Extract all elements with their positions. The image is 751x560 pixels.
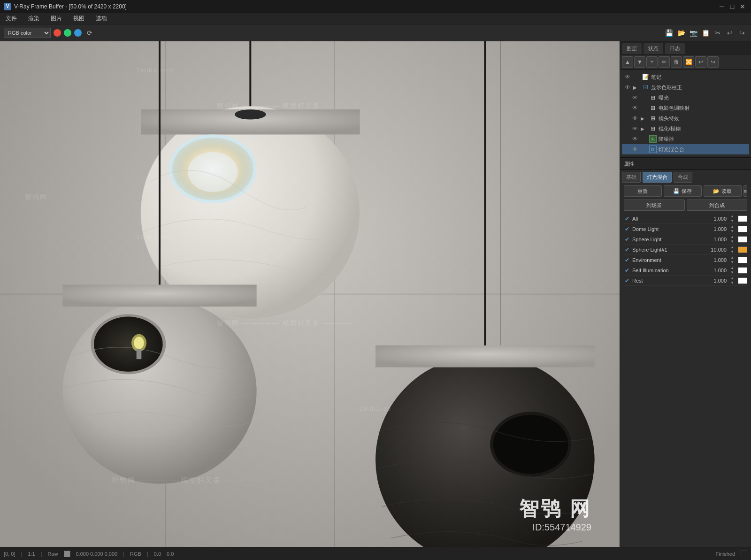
redo-icon[interactable]: ↪ (737, 28, 747, 38)
expand-icon-6[interactable]: ▶ (641, 126, 647, 131)
layer-item-lightmix[interactable]: 👁 灯 灯光混合台 (622, 144, 749, 154)
folder-icon[interactable]: 📂 (676, 28, 686, 38)
light-check-env[interactable]: ✔ (624, 257, 630, 263)
move-up-button[interactable]: ▲ (622, 56, 633, 68)
color-dot-red[interactable] (54, 29, 61, 37)
panel-toolbar: ▲ ▼ + ✏ 🗑 🔀 ↩ ↪ (620, 54, 751, 70)
merge-button[interactable]: 🔀 (683, 56, 694, 68)
light-swatch-all[interactable] (738, 215, 747, 222)
light-check-rest[interactable]: ✔ (624, 277, 630, 284)
tab-layers[interactable]: 图层 (622, 43, 642, 54)
light-row-rest[interactable]: ✔ Rest 1.000 ▲▼ (624, 276, 747, 286)
menu-image[interactable]: 图片 (49, 14, 64, 23)
add-layer-button[interactable]: + (646, 56, 658, 68)
minimize-button[interactable]: ─ (717, 2, 727, 11)
light-row-self[interactable]: ✔ Self Illumination 1.000 ▲▼ (624, 265, 747, 276)
tab-log[interactable]: 日志 (665, 43, 685, 54)
light-stepper-rest[interactable]: ▲▼ (728, 276, 736, 286)
save-button[interactable]: 💾 保存 (664, 185, 702, 197)
light-check-dome[interactable]: ✔ (624, 226, 630, 232)
layer-name-lens: 镜头特效 (659, 115, 747, 122)
light-check-all[interactable]: ✔ (624, 215, 630, 222)
light-row-env[interactable]: ✔ Environment 1.000 ▲▼ (624, 255, 747, 265)
crop-icon[interactable]: ✂ (713, 28, 723, 38)
menu-options[interactable]: 选项 (94, 14, 109, 23)
menu-view[interactable]: 视图 (71, 14, 86, 23)
to-composite-button[interactable]: 到合成 (687, 199, 748, 211)
light-swatch-sphere[interactable] (738, 236, 747, 243)
scene-composite-buttons: 到场景 到合成 (622, 199, 749, 211)
light-stepper-all[interactable]: ▲▼ (728, 214, 736, 224)
move-down-button[interactable]: ▼ (634, 56, 645, 68)
statusbar-settings-icon[interactable] (741, 551, 747, 557)
refresh-icon[interactable]: ⟳ (84, 28, 95, 38)
save-icon[interactable]: 💾 (664, 28, 674, 38)
layer-item-denoiser[interactable]: 👁 矢 降噪器 (622, 134, 749, 144)
redo-button[interactable]: ↪ (707, 56, 719, 68)
light-stepper-sphere[interactable]: ▲▼ (728, 234, 736, 245)
light-stepper-self[interactable]: ▲▼ (728, 265, 736, 276)
light-swatch-env[interactable] (738, 257, 747, 263)
eye-icon[interactable]: 👁 (624, 73, 631, 81)
layer-item-sharpen[interactable]: 👁 ▶ ⊞ 锐化/模糊 (622, 123, 749, 134)
undo-icon[interactable]: ↩ (725, 28, 735, 38)
color-dot-green[interactable] (64, 29, 71, 37)
delete-layer-button[interactable]: 🗑 (671, 56, 682, 68)
statusbar: [0, 0] | 1:1 | Raw 0.000 0.000 0.000 | R… (0, 547, 751, 560)
light-value-sphere: 1.000 (703, 237, 727, 242)
attr-tab-composite[interactable]: 合成 (674, 172, 692, 183)
light-stepper-dome[interactable]: ▲▼ (728, 224, 736, 234)
more-button[interactable]: ≡ (743, 185, 747, 197)
layer-item-color-correct[interactable]: 👁 ▶ ☑ 显示色彩校正 (622, 82, 749, 92)
layer-item-notes[interactable]: 👁 📝 笔记 (622, 72, 749, 82)
light-row-sphere[interactable]: ✔ Sphere Light 1.000 ▲▼ (624, 234, 747, 245)
channel-select[interactable]: RGB color Alpha Diffuse (4, 28, 51, 38)
light-check-self[interactable]: ✔ (624, 267, 630, 274)
edit-layer-button[interactable]: ✏ (659, 56, 670, 68)
light-row-dome[interactable]: ✔ Dome Light 1.000 ▲▼ (624, 224, 747, 234)
light-swatch-rest[interactable] (738, 277, 747, 284)
layer-item-film-color[interactable]: 👁 ⊞ 电影色调映射 (622, 103, 749, 113)
load-button[interactable]: 📂 读取 (704, 185, 742, 197)
layer-item-exposure[interactable]: 👁 ⊞ 曝光 (622, 92, 749, 103)
tab-status[interactable]: 状态 (644, 43, 663, 54)
attr-tab-lightmix[interactable]: 灯光混合 (643, 172, 672, 183)
attr-tab-basic[interactable]: 基础 (622, 172, 641, 183)
right-panel: 图层 状态 日志 ▲ ▼ + ✏ 🗑 🔀 ↩ ↪ 👁 📝 笔记 (620, 41, 751, 547)
light-swatch-self[interactable] (738, 267, 747, 274)
eye-icon-5[interactable]: 👁 (631, 115, 639, 122)
light-check-sphere1[interactable]: ✔ (624, 246, 630, 253)
reset-button[interactable]: 重置 (624, 185, 662, 197)
clipboard-icon[interactable]: 📋 (700, 28, 711, 38)
light-check-sphere[interactable]: ✔ (624, 236, 630, 243)
eye-icon-6[interactable]: 👁 (631, 125, 639, 132)
to-scene-button[interactable]: 到场景 (624, 199, 685, 211)
menu-file[interactable]: 文件 (4, 14, 19, 23)
light-swatch-dome[interactable] (738, 226, 747, 232)
maximize-button[interactable]: □ (728, 2, 737, 11)
close-button[interactable]: ✕ (738, 2, 747, 11)
layer-item-lens[interactable]: 👁 ▶ ⊞ 镜头特效 (622, 113, 749, 123)
layer-name-notes: 笔记 (651, 74, 747, 81)
light-row-sphere1[interactable]: ✔ Sphere Light#1 10.000 ▲▼ (624, 245, 747, 255)
coord-display: [0, 0] (4, 551, 15, 557)
toolbar: RGB color Alpha Diffuse ⟳ 💾 📂 📷 📋 ✂ ↩ ↪ (0, 24, 751, 41)
menu-render[interactable]: 渲染 (26, 14, 41, 23)
eye-icon-2[interactable]: 👁 (624, 84, 631, 91)
light-stepper-env[interactable]: ▲▼ (728, 255, 736, 265)
status-message: Finished (715, 551, 735, 557)
light-stepper-sphere1[interactable]: ▲▼ (728, 245, 736, 255)
expand-icon-2[interactable]: ▶ (633, 85, 640, 90)
expand-icon-5[interactable]: ▶ (641, 116, 647, 121)
eye-icon-7[interactable]: 👁 (631, 135, 639, 143)
eye-icon-8[interactable]: 👁 (631, 146, 639, 153)
color-dot-blue[interactable] (74, 29, 82, 37)
action-buttons: 重置 💾 保存 📂 读取 ≡ (622, 185, 749, 197)
eye-icon-4[interactable]: 👁 (631, 104, 639, 112)
undo-button[interactable]: ↩ (695, 56, 706, 68)
render-viewport[interactable]: 1miba.com 智鸮网 ————— 模型好又多 智鸮网 1miba.com … (0, 41, 620, 547)
light-row-all[interactable]: ✔ All 1.000 ▲▼ (624, 214, 747, 224)
eye-icon-3[interactable]: 👁 (631, 94, 639, 101)
light-swatch-sphere1[interactable] (738, 246, 747, 253)
camera-icon[interactable]: 📷 (688, 28, 698, 38)
